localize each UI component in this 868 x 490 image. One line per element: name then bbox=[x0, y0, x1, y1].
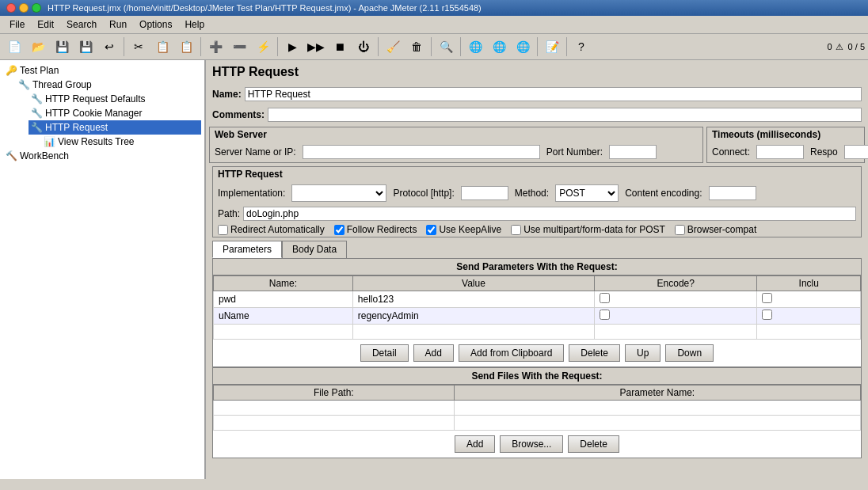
add-from-clipboard-button[interactable]: Add from Clipboard bbox=[459, 344, 564, 362]
parameters-section: Send Parameters With the Request: Name: … bbox=[212, 258, 862, 367]
tree-item-http-request[interactable]: 🔧 HTTP Request bbox=[29, 120, 201, 135]
comments-input[interactable] bbox=[268, 108, 862, 122]
remote-stop-button[interactable]: 🌐 bbox=[488, 36, 510, 58]
param-name-header: Parameter Name: bbox=[454, 386, 860, 401]
log-button[interactable]: 📝 bbox=[541, 36, 563, 58]
minimize-button[interactable] bbox=[19, 3, 29, 13]
new-button[interactable]: 📄 bbox=[3, 36, 25, 58]
web-server-section: Web Server Server Name or IP: Port Numbe… bbox=[209, 127, 703, 163]
menu-options[interactable]: Options bbox=[133, 17, 178, 32]
browse-button[interactable]: Browse... bbox=[500, 435, 563, 453]
files-empty-row bbox=[214, 401, 861, 416]
remote-clear-button[interactable]: 🌐 bbox=[512, 36, 534, 58]
error-counter: 0 ⚠ bbox=[827, 42, 843, 52]
follow-checkbox[interactable] bbox=[334, 225, 345, 235]
name-label: Name: bbox=[212, 89, 242, 100]
collapse-button[interactable]: ➖ bbox=[228, 36, 250, 58]
view-results-icon: 📊 bbox=[43, 136, 55, 147]
copy-button[interactable]: 📋 bbox=[151, 36, 173, 58]
menu-run[interactable]: Run bbox=[103, 17, 133, 32]
encoding-input[interactable] bbox=[709, 186, 756, 200]
tree-panel: 🔑 Test Plan 🔧 Thread Group 🔧 HTTP Reques… bbox=[0, 60, 206, 479]
redirect-checkbox[interactable] bbox=[218, 225, 228, 235]
start-button[interactable]: ▶ bbox=[281, 36, 303, 58]
multipart-checkbox-item: Use multipart/form-data for POST bbox=[511, 224, 665, 235]
paste-button[interactable]: 📋 bbox=[175, 36, 197, 58]
server-name-input[interactable] bbox=[303, 145, 540, 159]
web-server-row: Server Name or IP: Port Number: bbox=[210, 142, 702, 162]
files-add-button[interactable]: Add bbox=[455, 435, 495, 453]
protocol-label: Protocol [http]: bbox=[393, 188, 454, 199]
tabs-container: Parameters Body Data bbox=[212, 241, 862, 258]
checkboxes-row: Redirect Automatically Follow Redirects … bbox=[213, 222, 861, 237]
implementation-select[interactable]: HttpClient4 Java bbox=[291, 184, 386, 202]
tree-item-cookie-manager[interactable]: 🔧 HTTP Cookie Manager bbox=[29, 106, 201, 120]
tab-body-data[interactable]: Body Data bbox=[282, 241, 347, 258]
tab-parameters[interactable]: Parameters bbox=[212, 241, 282, 258]
toolbar-separator-8 bbox=[566, 37, 567, 56]
tree-item-thread-group[interactable]: 🔧 Thread Group bbox=[16, 78, 201, 92]
search-button[interactable]: 🔍 bbox=[435, 36, 457, 58]
maximize-button[interactable] bbox=[32, 3, 41, 13]
port-label: Port Number: bbox=[546, 146, 603, 158]
response-input[interactable] bbox=[844, 145, 868, 159]
clear-button[interactable]: 🧹 bbox=[382, 36, 404, 58]
implementation-row: Implementation: HttpClient4 Java Protoco… bbox=[213, 181, 861, 205]
detail-button[interactable]: Detail bbox=[360, 344, 409, 362]
path-row: Path: bbox=[213, 205, 861, 222]
follow-checkbox-item: Follow Redirects bbox=[334, 224, 417, 235]
include-checkbox-uname[interactable] bbox=[762, 310, 772, 320]
connect-input[interactable] bbox=[756, 145, 804, 159]
toolbar: 📄 📂 💾 💾 ↩ ✂ 📋 📋 ➕ ➖ ⚡ ▶ ▶▶ ⏹ ⏻ 🧹 🗑 🔍 🌐 🌐… bbox=[0, 34, 868, 60]
tree-item-http-defaults[interactable]: 🔧 HTTP Request Defaults bbox=[29, 92, 201, 106]
delete-button[interactable]: Delete bbox=[569, 344, 620, 362]
toolbar-separator-4 bbox=[378, 37, 379, 56]
redirect-label: Redirect Automatically bbox=[230, 224, 325, 235]
multipart-checkbox[interactable] bbox=[511, 225, 521, 235]
path-input[interactable] bbox=[243, 207, 856, 221]
expand-button[interactable]: ➕ bbox=[204, 36, 227, 58]
save-button[interactable]: 💾 bbox=[74, 36, 97, 58]
menu-file[interactable]: File bbox=[3, 17, 31, 32]
panel-title: HTTP Request bbox=[209, 63, 865, 81]
comments-row: Comments: bbox=[209, 106, 865, 123]
toggle-button[interactable]: ⚡ bbox=[252, 36, 274, 58]
name-input[interactable] bbox=[245, 87, 862, 101]
close-button[interactable] bbox=[6, 3, 16, 13]
browser-checkbox[interactable] bbox=[675, 225, 685, 235]
menu-search[interactable]: Search bbox=[60, 17, 103, 32]
menu-edit[interactable]: Edit bbox=[31, 17, 60, 32]
window-controls[interactable] bbox=[6, 3, 41, 13]
encode-checkbox-pwd[interactable] bbox=[600, 293, 610, 303]
help-button[interactable]: ? bbox=[570, 36, 592, 58]
keepalive-checkbox[interactable] bbox=[426, 225, 436, 235]
tree-item-test-plan[interactable]: 🔑 Test Plan bbox=[3, 63, 201, 78]
params-table: Name: Value Encode? Inclu pwd hello123 u bbox=[213, 275, 861, 340]
col-include-header: Inclu bbox=[757, 276, 861, 291]
stop-button[interactable]: ⏹ bbox=[329, 36, 351, 58]
shutdown-button[interactable]: ⏻ bbox=[352, 36, 375, 58]
clear-all-button[interactable]: 🗑 bbox=[405, 36, 428, 58]
redirect-checkbox-item: Redirect Automatically bbox=[218, 224, 325, 235]
open-button[interactable]: 📂 bbox=[27, 36, 49, 58]
tree-item-view-results[interactable]: 📊 View Results Tree bbox=[41, 135, 201, 149]
menu-help[interactable]: Help bbox=[178, 17, 211, 32]
toolbar-separator-2 bbox=[200, 37, 201, 56]
files-table: File Path: Parameter Name: bbox=[213, 385, 861, 431]
add-button[interactable]: Add bbox=[413, 344, 454, 362]
start-nopause-button[interactable]: ▶▶ bbox=[305, 36, 327, 58]
cut-button[interactable]: ✂ bbox=[128, 36, 150, 58]
protocol-input[interactable] bbox=[461, 186, 508, 200]
encode-checkbox-uname[interactable] bbox=[600, 310, 610, 320]
remote-start-button[interactable]: 🌐 bbox=[464, 36, 486, 58]
tree-item-workbench[interactable]: 🔨 WorkBench bbox=[3, 149, 201, 163]
save-template-button[interactable]: 💾 bbox=[51, 36, 73, 58]
port-input[interactable] bbox=[609, 145, 657, 159]
revert-button[interactable]: ↩ bbox=[98, 36, 120, 58]
up-button[interactable]: Up bbox=[625, 344, 661, 362]
files-delete-button[interactable]: Delete bbox=[568, 435, 619, 453]
top-sections: Web Server Server Name or IP: Port Numbe… bbox=[209, 127, 865, 163]
method-select[interactable]: GET POST PUT DELETE bbox=[555, 184, 619, 202]
down-button[interactable]: Down bbox=[665, 344, 714, 362]
include-checkbox-pwd[interactable] bbox=[762, 293, 772, 303]
